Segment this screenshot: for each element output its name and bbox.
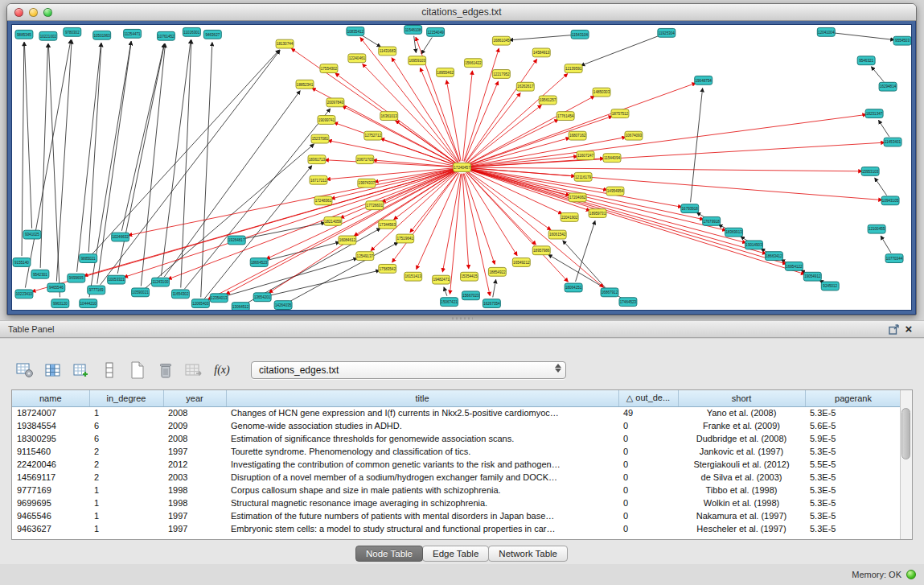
column-header-3[interactable]: title <box>226 390 618 406</box>
graph-edge-red[interactable] <box>124 169 456 277</box>
graph-edge-red[interactable] <box>468 114 866 167</box>
graph-edge-black[interactable] <box>201 43 212 298</box>
create-column-icon[interactable] <box>71 360 92 380</box>
graph-edge-black[interactable] <box>421 37 432 53</box>
table-cell[interactable]: 18300295 <box>12 432 89 445</box>
float-window-icon[interactable] <box>887 323 901 336</box>
table-cell[interactable]: 1 <box>89 496 163 509</box>
graph-node[interactable]: 17519641 <box>396 234 414 243</box>
graph-node[interactable]: 13654201 <box>253 293 271 302</box>
graph-node[interactable]: 18959731 <box>589 209 606 218</box>
table-cell[interactable]: 1997 <box>163 509 226 522</box>
table-row[interactable]: 1456911722003Disruption of a novel membe… <box>12 471 900 484</box>
graph-edge-black[interactable] <box>265 242 339 261</box>
graph-node[interactable]: 11254471 <box>124 29 142 38</box>
graph-node[interactable]: 18214059 <box>324 216 342 225</box>
table-cell[interactable]: Disruption of a novel member of a sodium… <box>226 471 618 484</box>
graph-node[interactable]: 18664523 <box>250 258 268 267</box>
column-header-2[interactable]: year <box>163 390 226 406</box>
graph-edge-red[interactable] <box>363 64 458 163</box>
graph-node[interactable]: 12041004 <box>817 27 835 36</box>
graph-node[interactable]: 19648754 <box>695 76 713 84</box>
table-cell[interactable]: 1 <box>89 484 163 496</box>
graph-edge-black[interactable] <box>563 241 606 288</box>
column-header-4[interactable]: △ out_de... <box>618 390 678 406</box>
table-row[interactable]: 1830029562008Estimation of significance … <box>12 432 900 445</box>
table-cell[interactable]: 0 <box>618 445 678 458</box>
graph-node[interactable]: 11243100 <box>152 278 170 286</box>
graph-node[interactable]: 11654302 <box>171 290 189 299</box>
graph-edge-red[interactable] <box>394 171 458 220</box>
graph-edge-black[interactable] <box>881 236 891 253</box>
graph-node[interactable]: 15237081 <box>311 134 329 143</box>
close-panel-icon[interactable]: × <box>901 323 916 336</box>
table-cell[interactable]: Tourette syndrome. Phenomenology and cla… <box>226 445 618 458</box>
graph-node[interactable]: 16361013 <box>380 112 398 121</box>
table-cell[interactable]: Investigating the contribution of common… <box>226 458 618 471</box>
graph-node[interactable]: 12217952 <box>492 70 510 79</box>
graph-edge-black[interactable] <box>878 120 889 136</box>
table-row[interactable]: 977716911998Corpus callosum shape and si… <box>12 484 900 496</box>
table-cell[interactable]: 5.3E-5 <box>805 522 900 535</box>
graph-edge-black[interactable] <box>204 166 311 299</box>
table-cell[interactable]: Estimation of the future numbers of pati… <box>226 509 618 522</box>
graph-node[interactable]: 10770344 <box>885 254 903 263</box>
graph-node[interactable]: 16267354 <box>483 299 500 308</box>
table-cell[interactable]: 5.3E-5 <box>805 496 900 509</box>
graph-node[interactable]: 16959103 <box>409 56 426 65</box>
table-cell[interactable]: Nakamura et al. (1997) <box>678 509 805 522</box>
row-height-icon[interactable] <box>99 360 120 380</box>
graph-node[interactable]: 11546108 <box>405 25 422 34</box>
table-cell[interactable]: Embryonic stem cells: a model to study s… <box>226 522 618 535</box>
graph-edge-black[interactable] <box>22 43 24 257</box>
minimize-window-button[interactable] <box>29 8 38 17</box>
scrollbar-thumb[interactable] <box>901 408 910 459</box>
close-window-button[interactable] <box>14 8 23 17</box>
graph-node[interactable]: 9963120 <box>51 299 69 308</box>
table-cell[interactable]: 22420046 <box>12 458 89 471</box>
graph-edge-red[interactable] <box>462 174 469 269</box>
graph-edge-black[interactable] <box>414 36 417 53</box>
zoom-window-button[interactable] <box>43 8 52 17</box>
graph-node[interactable]: 17554302 <box>320 64 338 73</box>
graph-edge-black[interactable] <box>121 43 164 230</box>
table-row[interactable]: 946554611997Estimation of the future num… <box>12 509 900 522</box>
graph-edge-black[interactable] <box>164 91 300 277</box>
table-cell[interactable]: 9115460 <box>12 445 89 458</box>
graph-node[interactable]: 16294814 <box>879 82 897 91</box>
graph-hub-node[interactable]: 17240457 <box>454 163 471 172</box>
graph-edge-black[interactable] <box>24 43 31 229</box>
table-cell[interactable]: 5.3E-5 <box>805 509 900 522</box>
graph-node[interactable]: 15667023 <box>462 291 479 300</box>
graph-node[interactable]: 10053321 <box>108 275 125 284</box>
graph-node[interactable]: 17583542 <box>379 264 396 273</box>
graph-node[interactable]: 9699695 <box>68 274 85 282</box>
table-cell[interactable]: 1 <box>89 522 163 535</box>
network-canvas-svg[interactable]: 1724045718852341175543021224046111431683… <box>12 25 911 310</box>
table-vertical-scrollbar[interactable] <box>900 390 912 539</box>
graph-edge-black[interactable] <box>576 220 595 282</box>
table-cell[interactable]: Corpus callosum shape and size in male p… <box>226 484 618 496</box>
table-cell[interactable]: Tibbo et al. (1998) <box>678 484 805 496</box>
node-table-scroll-area[interactable]: namein_degreeyeartitle△ out_de...shortpa… <box>12 390 900 539</box>
graph-edge-black[interactable] <box>832 33 894 40</box>
graph-node[interactable]: 19099741 <box>318 116 335 125</box>
graph-node[interactable]: 10835412 <box>347 27 364 35</box>
table-cell[interactable]: 49 <box>618 406 678 419</box>
graph-node[interactable]: 10246632 <box>112 233 129 241</box>
graph-node[interactable]: 10761452 <box>158 31 175 40</box>
graph-node[interactable]: 14954954 <box>606 187 624 196</box>
graph-edge-red[interactable] <box>465 81 499 162</box>
graph-node[interactable]: 17679918 <box>703 216 721 225</box>
graph-node[interactable]: 20097843 <box>326 98 344 107</box>
table-cell[interactable]: 5.3E-5 <box>805 445 900 458</box>
show-columns-icon[interactable] <box>43 360 64 380</box>
table-cell[interactable]: 0 <box>618 471 678 484</box>
graph-node[interactable]: 12065403 <box>191 299 209 308</box>
table-cell[interactable]: 6 <box>89 419 163 432</box>
graph-node[interactable]: 18130744 <box>276 39 294 48</box>
tab-edge-table[interactable]: Edge Table <box>422 546 489 562</box>
graph-node[interactable]: 9155140 <box>13 258 31 267</box>
graph-edge-red[interactable] <box>420 68 459 161</box>
graph-edge-red[interactable] <box>168 170 456 279</box>
